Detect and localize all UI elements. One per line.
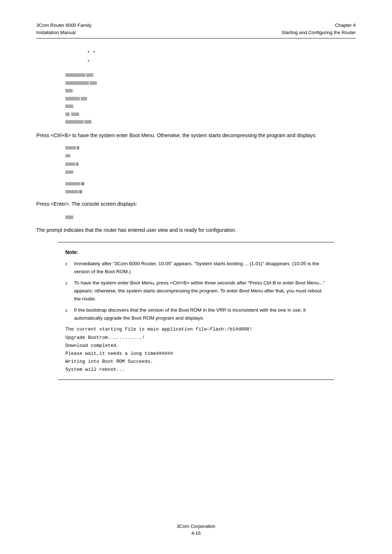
code-line-bridge	[65, 119, 356, 126]
footer-page: 4-16	[0, 530, 392, 536]
header-right: Chapter 4 Starting and Configuring the R…	[281, 22, 356, 36]
code-line-d-nic	[65, 111, 356, 118]
code-line-rommon	[65, 72, 356, 79]
note-title: Note:	[65, 248, 327, 256]
paragraph-prompt-info: The prompt indicates that the router has…	[36, 226, 356, 235]
mono-line-2: Upgrade Bootrom............!	[65, 334, 327, 342]
mono-lines: The current starting file is main applic…	[65, 325, 327, 374]
note-item-3: z If the bootstrap discovers that the ve…	[65, 306, 327, 322]
paragraph-ctrl-b: Press <Ctrl+B> to have the system enter …	[36, 131, 356, 140]
note-text-1: Immediately after “3Com 6000 Router, 10.…	[74, 260, 327, 275]
header-left: 3Com Router 6000 Family Installation Man…	[36, 22, 91, 36]
mono-line-5: Writing into Boot ROM Succeeds.	[65, 358, 327, 366]
chapter-label: Chapter 4	[281, 22, 356, 29]
mono-line-3: Download completed.	[65, 342, 327, 350]
boot-code-block	[65, 72, 356, 126]
page-header: 3Com Router 6000 Family Installation Man…	[36, 22, 356, 38]
prompt-display	[65, 213, 356, 221]
code-line-ram	[65, 87, 356, 95]
mono-line-6: System will reboot...	[65, 366, 327, 374]
code-line-mrb	[65, 95, 356, 102]
footer-company: 3Com Corporation	[0, 524, 392, 529]
note-list: z Immediately after “3Com 6000 Router, 1…	[65, 260, 327, 322]
code-line-flash	[65, 79, 356, 87]
paragraph-enter: Press <Enter>. The console screen displa…	[36, 200, 356, 209]
manual-name: Installation Manual	[36, 29, 91, 36]
note-text-3: If the bootstrap discovers that the vers…	[74, 306, 327, 322]
code-line-nic	[65, 103, 356, 110]
iii-code-block	[65, 180, 356, 196]
product-name: 3Com Router 6000 Family	[36, 22, 91, 29]
page-footer: 3Com Corporation 4-16	[0, 524, 392, 536]
note-text-2: To have the system enter Boot Menu, pres…	[74, 279, 327, 303]
note-bullet-3: z	[65, 307, 72, 314]
note-item-2: z To have the system enter Boot Menu, pr…	[65, 279, 327, 303]
note-box: Note: z Immediately after “3Com 6000 Rou…	[58, 242, 334, 380]
chapter-title: Starting and Configuring the Router	[281, 29, 356, 36]
note-bullet-2: z	[65, 280, 72, 287]
decompressing-code-block	[65, 144, 356, 176]
mono-line-4: Please wait,it needs a long time######	[65, 350, 327, 358]
stars-line-2: *	[87, 58, 356, 66]
mono-line-1: The current starting file is main applic…	[65, 325, 327, 333]
note-item-1: z Immediately after “3Com 6000 Router, 1…	[65, 260, 327, 275]
page: 3Com Router 6000 Family Installation Man…	[0, 0, 392, 554]
main-content: * * *	[36, 49, 356, 380]
note-bullet-1: z	[65, 261, 72, 267]
stars-line-1: * *	[87, 49, 356, 57]
